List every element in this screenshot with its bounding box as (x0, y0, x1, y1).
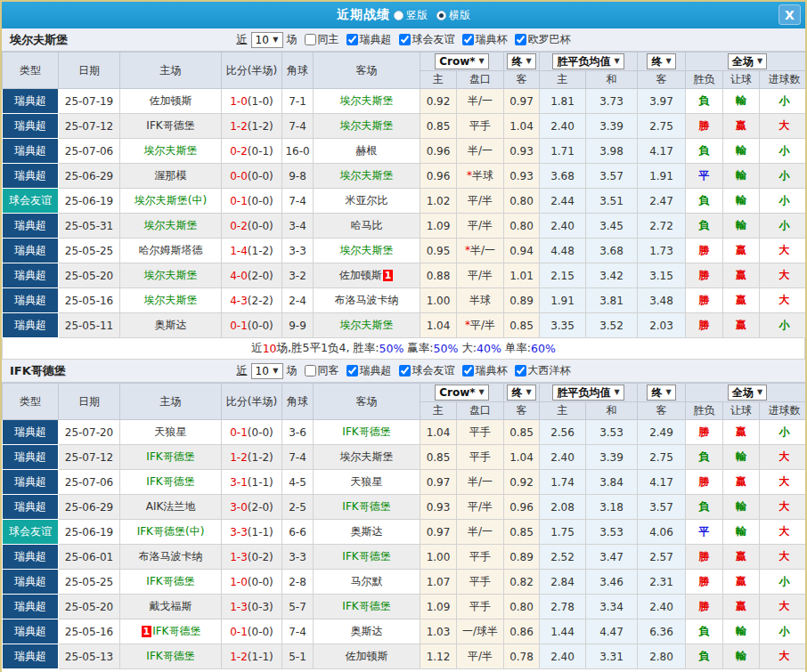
corner-cell: 3-6 (282, 420, 314, 445)
corner-cell: 6-6 (282, 520, 314, 545)
match-count-select[interactable]: 10 ▼ (251, 32, 283, 48)
close-button[interactable]: X (778, 4, 801, 25)
home-team-cell: 渥那模 (120, 164, 222, 189)
avg-away-cell: 2.31 (638, 570, 686, 595)
odds-away-cell: 0.94 (504, 239, 540, 263)
handicap-line-cell: 半/一 (457, 139, 504, 164)
col-avg-away: 客 (638, 71, 686, 89)
league-checkbox[interactable]: 球会友谊 (395, 32, 455, 47)
home-team-cell: 哈尔姆斯塔德 (120, 239, 222, 263)
league-type-cell: 瑞典超 (3, 545, 59, 570)
date-cell: 25-07-06 (59, 139, 120, 164)
handicap-line-cell: 平手 (457, 420, 504, 445)
odds-away-cell: 0.89 (504, 545, 540, 570)
avg-away-cell: 2.72 (638, 214, 686, 239)
odds-away-cell: 0.82 (504, 570, 540, 595)
avg-away-cell: 3.15 (638, 263, 686, 288)
result-cell: 勝 (686, 114, 723, 139)
league-checkbox[interactable]: 瑞典杯 (459, 363, 508, 378)
avg-final-select[interactable]: 终 ▼ (647, 385, 675, 401)
away-team-cell: 埃尔夫斯堡 (314, 445, 420, 470)
odds-home-cell: 0.92 (420, 89, 457, 114)
same-venue-checkbox[interactable]: 同主 (301, 32, 339, 47)
avg-odds-select[interactable]: 胜平负均值 ▼ (552, 385, 624, 401)
odds-source-select[interactable]: Crow* ▼ (435, 385, 489, 401)
vertical-layout-radio[interactable]: 竖版 (394, 8, 428, 23)
period-select[interactable]: 全场 ▼ (728, 385, 767, 401)
col-date: 日期 (59, 53, 120, 89)
goals-result-cell: 小 (760, 619, 807, 644)
home-team-cell: IFK哥德堡 (120, 570, 222, 595)
handicap-line-cell: 半/一 (457, 89, 504, 114)
odds-away-cell: 0.80 (504, 214, 540, 239)
col-avg-home: 主 (540, 71, 586, 89)
league-type-cell: 瑞典超 (3, 89, 59, 114)
avg-away-cell: 2.40 (638, 595, 686, 619)
avg-home-cell: 2.40 (540, 445, 586, 470)
date-cell: 25-06-29 (59, 164, 120, 189)
avg-draw-cell: 3.39 (586, 445, 638, 470)
handicap-result-cell: 贏 (723, 545, 760, 570)
away-team-cell: 埃尔夫斯堡 (314, 239, 420, 263)
avg-away-cell: 6.36 (638, 619, 686, 644)
avg-odds-select[interactable]: 胜平负均值 ▼ (552, 53, 624, 69)
league-checkbox[interactable]: 瑞典超 (343, 363, 392, 378)
odds-final-select[interactable]: 终 ▼ (507, 53, 535, 69)
date-cell: 25-07-20 (59, 420, 120, 445)
league-checkbox[interactable]: 球会友谊 (395, 363, 455, 378)
avg-final-select[interactable]: 终 ▼ (647, 53, 675, 69)
match-row: 球会友谊 25-06-19 IFK哥德堡(中) 3-3(1-1) 6-6 奥斯达… (3, 520, 807, 545)
away-team-cell: 奥斯达 (314, 619, 420, 644)
corner-cell: 7-4 (282, 619, 314, 644)
date-cell: 25-05-16 (59, 619, 120, 644)
odds-home-cell: 0.85 (420, 445, 457, 470)
date-cell: 25-05-25 (59, 570, 120, 595)
games-label: 场 (287, 32, 298, 47)
result-cell: 負 (686, 619, 723, 644)
horizontal-layout-radio[interactable]: 横版 (436, 8, 470, 23)
home-team-cell: 埃尔夫斯堡 (120, 263, 222, 288)
odds-away-cell: 1.01 (504, 263, 540, 288)
avg-away-cell: 3.48 (638, 288, 686, 313)
games-label: 场 (287, 363, 298, 378)
avg-home-cell: 2.40 (540, 644, 586, 669)
score-cell: 0-2(0-1) (222, 139, 282, 164)
record-summary: 近10场,胜5平1负4, 胜率:50% 赢率:50% 大:40% 单率:60% (2, 338, 805, 360)
near-label: 近 (237, 32, 248, 47)
result-cell: 平 (686, 520, 723, 545)
away-team-cell: 赫根 (314, 139, 420, 164)
col-goals: 进球数 (760, 71, 807, 89)
match-row: 瑞典超 25-05-20 埃尔夫斯堡 4-0(2-0) 3-2 佐加顿斯1 0.… (3, 263, 807, 288)
goals-result-cell: 小 (760, 164, 807, 189)
odds-away-cell: 0.85 (504, 520, 540, 545)
league-checkbox[interactable]: 瑞典超 (343, 32, 392, 47)
home-team-cell: AIK法兰地 (120, 495, 222, 520)
avg-away-cell: 2.49 (638, 420, 686, 445)
date-cell: 25-07-12 (59, 114, 120, 139)
same-venue-checkbox[interactable]: 同客 (301, 363, 339, 378)
avg-home-cell: 2.15 (540, 263, 586, 288)
home-team-cell: 奥斯达 (120, 313, 222, 338)
handicap-line-cell: 平/半 (457, 263, 504, 288)
date-cell: 25-05-13 (59, 644, 120, 669)
league-checkbox[interactable]: 欧罗巴杯 (511, 32, 571, 47)
col-avg-home: 主 (540, 402, 586, 420)
odds-away-cell: 0.85 (504, 313, 540, 338)
league-checkbox[interactable]: 大西洋杯 (511, 363, 571, 378)
odds-source-select[interactable]: Crow* ▼ (435, 53, 489, 69)
odds-final-select[interactable]: 终 ▼ (507, 385, 535, 401)
odds-home-cell: 0.88 (420, 263, 457, 288)
handicap-line-cell: 平手 (457, 445, 504, 470)
goals-result-cell: 大 (760, 288, 807, 313)
avg-home-cell: 3.35 (540, 313, 586, 338)
match-count-select[interactable]: 10 ▼ (251, 363, 283, 379)
handicap-line-cell: 平手 (457, 595, 504, 619)
goals-result-cell: 大 (760, 545, 807, 570)
match-row: 瑞典超 25-07-20 天狼星 0-1(0-0) 3-6 IFK哥德堡 1.0… (3, 420, 807, 445)
away-team-cell: 米亚尔比 (314, 189, 420, 214)
league-checkbox[interactable]: 瑞典杯 (459, 32, 508, 47)
period-select[interactable]: 全场 ▼ (728, 53, 767, 69)
col-goals: 进球数 (760, 402, 807, 420)
handicap-line-cell: 平手 (457, 570, 504, 595)
league-type-cell: 瑞典超 (3, 420, 59, 445)
